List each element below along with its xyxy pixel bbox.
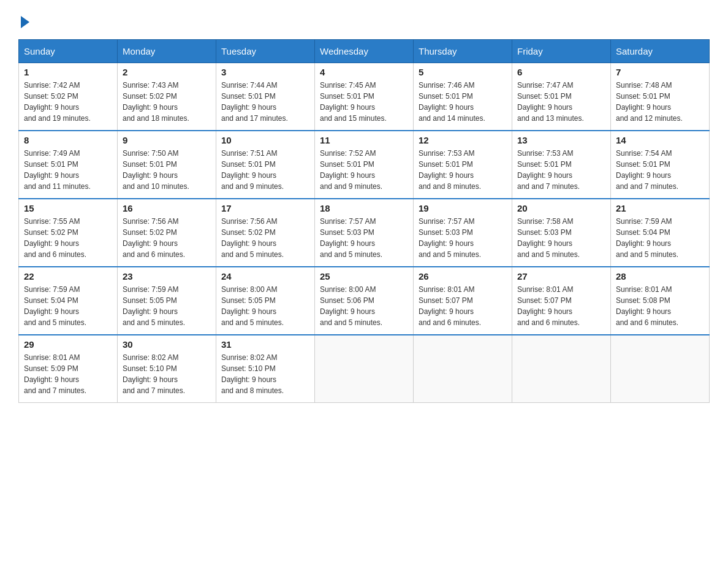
day-sun-info: Sunrise: 8:02 AMSunset: 5:10 PMDaylight:… — [221, 352, 309, 396]
weekday-header-saturday: Saturday — [611, 40, 710, 63]
day-number: 23 — [123, 271, 211, 282]
weekday-header-monday: Monday — [118, 40, 216, 63]
day-number: 13 — [517, 135, 605, 145]
day-sun-info: Sunrise: 7:46 AMSunset: 5:01 PMDaylight:… — [419, 80, 507, 124]
weekday-header-wednesday: Wednesday — [315, 40, 414, 63]
calendar-day-cell: 19Sunrise: 7:57 AMSunset: 5:03 PMDayligh… — [414, 199, 512, 267]
calendar-day-cell: 4Sunrise: 7:45 AMSunset: 5:01 PMDaylight… — [315, 63, 414, 131]
day-number: 6 — [517, 67, 605, 77]
calendar-day-cell: 2Sunrise: 7:43 AMSunset: 5:02 PMDaylight… — [118, 63, 216, 131]
day-sun-info: Sunrise: 7:58 AMSunset: 5:03 PMDaylight:… — [517, 216, 605, 260]
calendar-day-cell — [315, 335, 414, 403]
day-sun-info: Sunrise: 7:45 AMSunset: 5:01 PMDaylight:… — [320, 80, 408, 124]
calendar-day-cell: 17Sunrise: 7:56 AMSunset: 5:02 PMDayligh… — [216, 199, 315, 267]
day-sun-info: Sunrise: 7:42 AMSunset: 5:02 PMDaylight:… — [24, 80, 112, 124]
day-number: 7 — [616, 67, 704, 77]
calendar-day-cell: 6Sunrise: 7:47 AMSunset: 5:01 PMDaylight… — [512, 63, 611, 131]
calendar-day-cell — [512, 335, 611, 403]
day-number: 17 — [221, 203, 309, 213]
day-sun-info: Sunrise: 7:48 AMSunset: 5:01 PMDaylight:… — [616, 80, 704, 124]
calendar-day-cell: 14Sunrise: 7:54 AMSunset: 5:01 PMDayligh… — [611, 131, 710, 199]
calendar-day-cell: 25Sunrise: 8:00 AMSunset: 5:06 PMDayligh… — [315, 267, 414, 335]
calendar-week-row: 1Sunrise: 7:42 AMSunset: 5:02 PMDaylight… — [19, 63, 710, 131]
day-sun-info: Sunrise: 7:52 AMSunset: 5:01 PMDaylight:… — [320, 148, 408, 192]
day-sun-info: Sunrise: 8:01 AMSunset: 5:09 PMDaylight:… — [24, 352, 112, 396]
calendar-day-cell: 13Sunrise: 7:53 AMSunset: 5:01 PMDayligh… — [512, 131, 611, 199]
day-number: 19 — [419, 203, 507, 213]
calendar-day-cell: 7Sunrise: 7:48 AMSunset: 5:01 PMDaylight… — [611, 63, 710, 131]
day-sun-info: Sunrise: 7:51 AMSunset: 5:01 PMDaylight:… — [221, 148, 309, 192]
day-number: 9 — [123, 135, 211, 145]
day-sun-info: Sunrise: 7:59 AMSunset: 5:05 PMDaylight:… — [123, 284, 211, 328]
day-number: 26 — [419, 271, 507, 282]
calendar-day-cell: 22Sunrise: 7:59 AMSunset: 5:04 PMDayligh… — [19, 267, 118, 335]
calendar-day-cell: 27Sunrise: 8:01 AMSunset: 5:07 PMDayligh… — [512, 267, 611, 335]
weekday-header-friday: Friday — [512, 40, 611, 63]
calendar-day-cell: 9Sunrise: 7:50 AMSunset: 5:01 PMDaylight… — [118, 131, 216, 199]
day-number: 21 — [616, 203, 704, 213]
day-number: 18 — [320, 203, 408, 213]
day-sun-info: Sunrise: 7:53 AMSunset: 5:01 PMDaylight:… — [419, 148, 507, 192]
day-sun-info: Sunrise: 7:57 AMSunset: 5:03 PMDaylight:… — [419, 216, 507, 260]
page-header — [18, 12, 710, 28]
day-sun-info: Sunrise: 8:00 AMSunset: 5:05 PMDaylight:… — [221, 284, 309, 328]
logo — [18, 17, 32, 28]
day-sun-info: Sunrise: 7:57 AMSunset: 5:03 PMDaylight:… — [320, 216, 408, 260]
day-number: 30 — [123, 339, 211, 350]
day-sun-info: Sunrise: 7:43 AMSunset: 5:02 PMDaylight:… — [123, 80, 211, 124]
day-number: 15 — [24, 203, 112, 213]
day-sun-info: Sunrise: 7:55 AMSunset: 5:02 PMDaylight:… — [24, 216, 112, 260]
day-number: 10 — [221, 135, 309, 145]
calendar-day-cell: 11Sunrise: 7:52 AMSunset: 5:01 PMDayligh… — [315, 131, 414, 199]
weekday-header-row: SundayMondayTuesdayWednesdayThursdayFrid… — [19, 40, 710, 63]
day-number: 12 — [419, 135, 507, 145]
calendar-day-cell: 16Sunrise: 7:56 AMSunset: 5:02 PMDayligh… — [118, 199, 216, 267]
calendar-week-row: 8Sunrise: 7:49 AMSunset: 5:01 PMDaylight… — [19, 131, 710, 199]
calendar-day-cell: 5Sunrise: 7:46 AMSunset: 5:01 PMDaylight… — [414, 63, 512, 131]
calendar-day-cell: 10Sunrise: 7:51 AMSunset: 5:01 PMDayligh… — [216, 131, 315, 199]
weekday-header-thursday: Thursday — [414, 40, 512, 63]
day-number: 1 — [24, 67, 112, 77]
day-sun-info: Sunrise: 7:44 AMSunset: 5:01 PMDaylight:… — [221, 80, 309, 124]
calendar-day-cell: 20Sunrise: 7:58 AMSunset: 5:03 PMDayligh… — [512, 199, 611, 267]
day-sun-info: Sunrise: 8:01 AMSunset: 5:08 PMDaylight:… — [616, 284, 704, 328]
day-number: 16 — [123, 203, 211, 213]
day-number: 28 — [616, 271, 704, 282]
calendar-day-cell: 26Sunrise: 8:01 AMSunset: 5:07 PMDayligh… — [414, 267, 512, 335]
weekday-header-tuesday: Tuesday — [216, 40, 315, 63]
day-sun-info: Sunrise: 7:59 AMSunset: 5:04 PMDaylight:… — [616, 216, 704, 260]
day-number: 5 — [419, 67, 507, 77]
weekday-header-sunday: Sunday — [19, 40, 118, 63]
day-sun-info: Sunrise: 7:53 AMSunset: 5:01 PMDaylight:… — [517, 148, 605, 192]
day-number: 22 — [24, 271, 112, 282]
calendar-day-cell: 18Sunrise: 7:57 AMSunset: 5:03 PMDayligh… — [315, 199, 414, 267]
day-sun-info: Sunrise: 7:59 AMSunset: 5:04 PMDaylight:… — [24, 284, 112, 328]
calendar-week-row: 15Sunrise: 7:55 AMSunset: 5:02 PMDayligh… — [19, 199, 710, 267]
calendar-day-cell: 28Sunrise: 8:01 AMSunset: 5:08 PMDayligh… — [611, 267, 710, 335]
day-number: 20 — [517, 203, 605, 213]
day-number: 14 — [616, 135, 704, 145]
day-sun-info: Sunrise: 7:56 AMSunset: 5:02 PMDaylight:… — [123, 216, 211, 260]
calendar-day-cell: 29Sunrise: 8:01 AMSunset: 5:09 PMDayligh… — [19, 335, 118, 403]
day-sun-info: Sunrise: 7:47 AMSunset: 5:01 PMDaylight:… — [517, 80, 605, 124]
day-number: 8 — [24, 135, 112, 145]
calendar-day-cell: 1Sunrise: 7:42 AMSunset: 5:02 PMDaylight… — [19, 63, 118, 131]
day-sun-info: Sunrise: 8:00 AMSunset: 5:06 PMDaylight:… — [320, 284, 408, 328]
day-sun-info: Sunrise: 7:49 AMSunset: 5:01 PMDaylight:… — [24, 148, 112, 192]
calendar-day-cell: 12Sunrise: 7:53 AMSunset: 5:01 PMDayligh… — [414, 131, 512, 199]
calendar-day-cell: 3Sunrise: 7:44 AMSunset: 5:01 PMDaylight… — [216, 63, 315, 131]
calendar-day-cell: 23Sunrise: 7:59 AMSunset: 5:05 PMDayligh… — [118, 267, 216, 335]
day-number: 29 — [24, 339, 112, 350]
calendar-table: SundayMondayTuesdayWednesdayThursdayFrid… — [18, 39, 710, 403]
day-sun-info: Sunrise: 7:56 AMSunset: 5:02 PMDaylight:… — [221, 216, 309, 260]
day-number: 27 — [517, 271, 605, 282]
calendar-week-row: 29Sunrise: 8:01 AMSunset: 5:09 PMDayligh… — [19, 335, 710, 403]
day-sun-info: Sunrise: 7:50 AMSunset: 5:01 PMDaylight:… — [123, 148, 211, 192]
day-number: 24 — [221, 271, 309, 282]
calendar-day-cell — [414, 335, 512, 403]
day-sun-info: Sunrise: 8:01 AMSunset: 5:07 PMDaylight:… — [419, 284, 507, 328]
day-number: 25 — [320, 271, 408, 282]
calendar-day-cell: 30Sunrise: 8:02 AMSunset: 5:10 PMDayligh… — [118, 335, 216, 403]
calendar-day-cell: 31Sunrise: 8:02 AMSunset: 5:10 PMDayligh… — [216, 335, 315, 403]
logo-arrow-icon — [21, 16, 29, 28]
